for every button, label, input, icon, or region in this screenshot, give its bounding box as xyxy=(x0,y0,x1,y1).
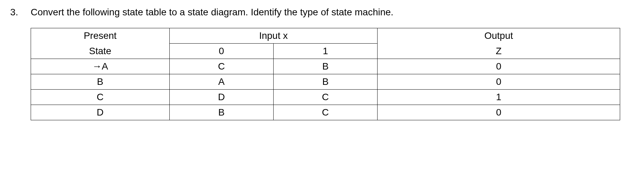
table-row: B A B 0 xyxy=(31,74,620,90)
cell-output: 0 xyxy=(378,74,620,90)
cell-next1: C xyxy=(273,105,377,120)
question-number: 3. xyxy=(10,7,31,18)
question-text: Convert the following state table to a s… xyxy=(31,7,634,18)
header-row-1: Present Input x Output xyxy=(31,28,620,44)
cell-next0: C xyxy=(169,59,273,74)
header-row-2: State 0 1 Z xyxy=(31,44,620,59)
cell-next0: D xyxy=(169,90,273,105)
cell-state: C xyxy=(31,90,170,105)
cell-next0: B xyxy=(169,105,273,120)
header-input-0: 0 xyxy=(169,44,273,59)
header-present-line2: State xyxy=(31,44,170,59)
header-present-line1: Present xyxy=(31,28,170,44)
state-table: Present Input x Output State 0 1 Z →A C … xyxy=(31,28,620,120)
question-row: 3. Convert the following state table to … xyxy=(10,7,634,18)
cell-next1: C xyxy=(273,90,377,105)
table-row: C D C 1 xyxy=(31,90,620,105)
state-table-wrap: Present Input x Output State 0 1 Z →A C … xyxy=(31,28,634,120)
cell-state: D xyxy=(31,105,170,120)
header-input-x: Input x xyxy=(169,28,377,44)
cell-state: →A xyxy=(31,59,170,74)
header-input-1: 1 xyxy=(273,44,377,59)
cell-output: 0 xyxy=(378,105,620,120)
header-output-z: Z xyxy=(378,44,620,59)
cell-state: B xyxy=(31,74,170,90)
cell-output: 0 xyxy=(378,59,620,74)
cell-next0: A xyxy=(169,74,273,90)
cell-next1: B xyxy=(273,59,377,74)
table-row: D B C 0 xyxy=(31,105,620,120)
cell-output: 1 xyxy=(378,90,620,105)
cell-next1: B xyxy=(273,74,377,90)
table-row: →A C B 0 xyxy=(31,59,620,74)
header-input-x-label-part1: Input x xyxy=(259,30,288,41)
header-output: Output xyxy=(378,28,620,44)
